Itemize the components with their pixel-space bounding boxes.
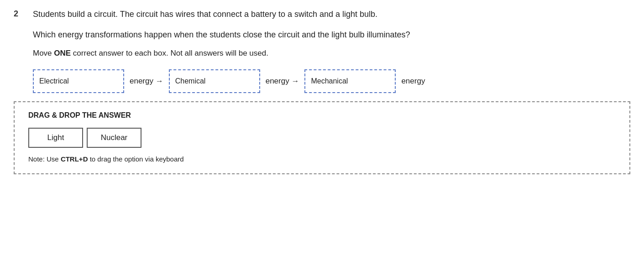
page-container: 2 Students build a circuit. The circuit …	[0, 0, 644, 255]
question-context: Students build a circuit. The circuit ha…	[33, 8, 377, 21]
energy-label-3: energy	[401, 77, 425, 86]
drop-box-2-label: Chemical	[175, 77, 206, 85]
drop-box-1-label: Electrical	[39, 77, 69, 85]
energy-row: Electrical energy → Chemical energy → Me…	[33, 69, 630, 93]
drop-box-3[interactable]: Mechanical	[304, 69, 396, 93]
energy-label-2: energy →	[266, 77, 299, 86]
instruction-prefix: Move	[33, 49, 54, 57]
sub-question: Which energy transformations happen when…	[33, 29, 630, 41]
energy-label-1: energy →	[130, 77, 163, 86]
answer-chip-nuclear[interactable]: Nuclear	[87, 128, 141, 148]
note-suffix: to drag the option via keyboard	[88, 155, 183, 163]
question-header: 2 Students build a circuit. The circuit …	[14, 8, 630, 21]
drag-drop-label: DRAG & DROP THE ANSWER	[28, 111, 616, 120]
drop-box-3-label: Mechanical	[311, 77, 348, 85]
drop-box-2[interactable]: Chemical	[169, 69, 260, 93]
answer-options: Light Nuclear	[28, 128, 616, 148]
note-prefix: Note: Use	[28, 155, 61, 163]
answer-bank: DRAG & DROP THE ANSWER Light Nuclear Not…	[14, 101, 630, 174]
note-text: Note: Use CTRL+D to drag the option via …	[28, 155, 616, 163]
instruction-bold: ONE	[54, 49, 71, 57]
instruction: Move ONE correct answer to each box. Not…	[33, 47, 630, 59]
answer-chip-light[interactable]: Light	[28, 128, 83, 148]
question-number: 2	[14, 9, 27, 19]
drop-box-1[interactable]: Electrical	[33, 69, 124, 93]
note-bold: CTRL+D	[61, 155, 88, 163]
instruction-suffix: correct answer to each box. Not all answ…	[71, 49, 268, 57]
